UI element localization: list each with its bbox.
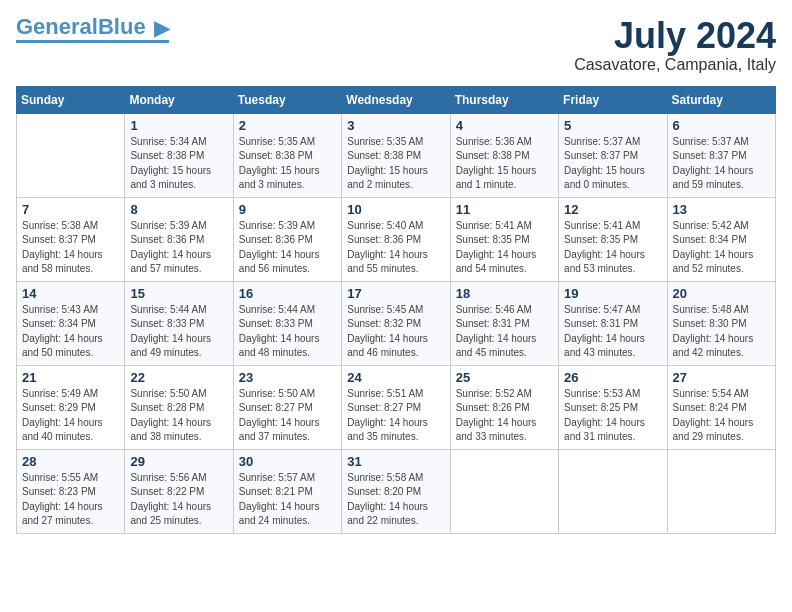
- calendar-cell: 9Sunrise: 5:39 AMSunset: 8:36 PMDaylight…: [233, 197, 341, 281]
- calendar-cell: 29Sunrise: 5:56 AMSunset: 8:22 PMDayligh…: [125, 449, 233, 533]
- cell-info: Sunrise: 5:39 AMSunset: 8:36 PMDaylight:…: [130, 219, 227, 277]
- cell-info: Sunrise: 5:43 AMSunset: 8:34 PMDaylight:…: [22, 303, 119, 361]
- day-number: 3: [347, 118, 444, 133]
- calendar-cell: 1Sunrise: 5:34 AMSunset: 8:38 PMDaylight…: [125, 113, 233, 197]
- cell-info: Sunrise: 5:36 AMSunset: 8:38 PMDaylight:…: [456, 135, 553, 193]
- day-number: 19: [564, 286, 661, 301]
- day-number: 14: [22, 286, 119, 301]
- calendar-cell: 6Sunrise: 5:37 AMSunset: 8:37 PMDaylight…: [667, 113, 775, 197]
- calendar-cell: 24Sunrise: 5:51 AMSunset: 8:27 PMDayligh…: [342, 365, 450, 449]
- day-number: 26: [564, 370, 661, 385]
- header-tuesday: Tuesday: [233, 86, 341, 113]
- calendar-cell: 2Sunrise: 5:35 AMSunset: 8:38 PMDaylight…: [233, 113, 341, 197]
- calendar-cell: 30Sunrise: 5:57 AMSunset: 8:21 PMDayligh…: [233, 449, 341, 533]
- cell-info: Sunrise: 5:44 AMSunset: 8:33 PMDaylight:…: [239, 303, 336, 361]
- cell-info: Sunrise: 5:57 AMSunset: 8:21 PMDaylight:…: [239, 471, 336, 529]
- calendar-cell: 4Sunrise: 5:36 AMSunset: 8:38 PMDaylight…: [450, 113, 558, 197]
- page-header: GeneralBlue ▶ July 2024 Casavatore, Camp…: [16, 16, 776, 74]
- day-number: 6: [673, 118, 770, 133]
- day-number: 15: [130, 286, 227, 301]
- day-number: 1: [130, 118, 227, 133]
- calendar-cell: 7Sunrise: 5:38 AMSunset: 8:37 PMDaylight…: [17, 197, 125, 281]
- logo-general: General: [16, 14, 98, 39]
- calendar-cell: 22Sunrise: 5:50 AMSunset: 8:28 PMDayligh…: [125, 365, 233, 449]
- day-number: 17: [347, 286, 444, 301]
- calendar-cell: [450, 449, 558, 533]
- calendar-cell: 8Sunrise: 5:39 AMSunset: 8:36 PMDaylight…: [125, 197, 233, 281]
- day-number: 13: [673, 202, 770, 217]
- calendar-cell: 26Sunrise: 5:53 AMSunset: 8:25 PMDayligh…: [559, 365, 667, 449]
- calendar-cell: 12Sunrise: 5:41 AMSunset: 8:35 PMDayligh…: [559, 197, 667, 281]
- logo: GeneralBlue ▶: [16, 16, 169, 43]
- day-number: 27: [673, 370, 770, 385]
- cell-info: Sunrise: 5:48 AMSunset: 8:30 PMDaylight:…: [673, 303, 770, 361]
- calendar-table: SundayMondayTuesdayWednesdayThursdayFrid…: [16, 86, 776, 534]
- cell-info: Sunrise: 5:47 AMSunset: 8:31 PMDaylight:…: [564, 303, 661, 361]
- day-number: 2: [239, 118, 336, 133]
- calendar-cell: 19Sunrise: 5:47 AMSunset: 8:31 PMDayligh…: [559, 281, 667, 365]
- logo-underline: [16, 40, 169, 43]
- day-number: 24: [347, 370, 444, 385]
- day-number: 21: [22, 370, 119, 385]
- calendar-cell: [559, 449, 667, 533]
- day-number: 31: [347, 454, 444, 469]
- day-number: 10: [347, 202, 444, 217]
- day-number: 11: [456, 202, 553, 217]
- calendar-cell: 14Sunrise: 5:43 AMSunset: 8:34 PMDayligh…: [17, 281, 125, 365]
- logo-text: GeneralBlue ▶: [16, 16, 169, 38]
- calendar-cell: 25Sunrise: 5:52 AMSunset: 8:26 PMDayligh…: [450, 365, 558, 449]
- week-row-3: 14Sunrise: 5:43 AMSunset: 8:34 PMDayligh…: [17, 281, 776, 365]
- calendar-cell: 17Sunrise: 5:45 AMSunset: 8:32 PMDayligh…: [342, 281, 450, 365]
- calendar-cell: 28Sunrise: 5:55 AMSunset: 8:23 PMDayligh…: [17, 449, 125, 533]
- calendar-header-row: SundayMondayTuesdayWednesdayThursdayFrid…: [17, 86, 776, 113]
- day-number: 22: [130, 370, 227, 385]
- day-number: 9: [239, 202, 336, 217]
- calendar-cell: 27Sunrise: 5:54 AMSunset: 8:24 PMDayligh…: [667, 365, 775, 449]
- day-number: 4: [456, 118, 553, 133]
- header-wednesday: Wednesday: [342, 86, 450, 113]
- cell-info: Sunrise: 5:40 AMSunset: 8:36 PMDaylight:…: [347, 219, 444, 277]
- calendar-cell: 3Sunrise: 5:35 AMSunset: 8:38 PMDaylight…: [342, 113, 450, 197]
- cell-info: Sunrise: 5:53 AMSunset: 8:25 PMDaylight:…: [564, 387, 661, 445]
- header-sunday: Sunday: [17, 86, 125, 113]
- week-row-1: 1Sunrise: 5:34 AMSunset: 8:38 PMDaylight…: [17, 113, 776, 197]
- logo-icon: ▶: [154, 17, 169, 39]
- cell-info: Sunrise: 5:35 AMSunset: 8:38 PMDaylight:…: [239, 135, 336, 193]
- logo-blue: Blue: [98, 14, 146, 39]
- week-row-4: 21Sunrise: 5:49 AMSunset: 8:29 PMDayligh…: [17, 365, 776, 449]
- calendar-cell: 16Sunrise: 5:44 AMSunset: 8:33 PMDayligh…: [233, 281, 341, 365]
- month-title: July 2024: [574, 16, 776, 56]
- cell-info: Sunrise: 5:54 AMSunset: 8:24 PMDaylight:…: [673, 387, 770, 445]
- day-number: 29: [130, 454, 227, 469]
- calendar-cell: 5Sunrise: 5:37 AMSunset: 8:37 PMDaylight…: [559, 113, 667, 197]
- cell-info: Sunrise: 5:34 AMSunset: 8:38 PMDaylight:…: [130, 135, 227, 193]
- title-block: July 2024 Casavatore, Campania, Italy: [574, 16, 776, 74]
- cell-info: Sunrise: 5:50 AMSunset: 8:28 PMDaylight:…: [130, 387, 227, 445]
- cell-info: Sunrise: 5:58 AMSunset: 8:20 PMDaylight:…: [347, 471, 444, 529]
- cell-info: Sunrise: 5:51 AMSunset: 8:27 PMDaylight:…: [347, 387, 444, 445]
- cell-info: Sunrise: 5:45 AMSunset: 8:32 PMDaylight:…: [347, 303, 444, 361]
- cell-info: Sunrise: 5:46 AMSunset: 8:31 PMDaylight:…: [456, 303, 553, 361]
- cell-info: Sunrise: 5:41 AMSunset: 8:35 PMDaylight:…: [456, 219, 553, 277]
- header-thursday: Thursday: [450, 86, 558, 113]
- day-number: 16: [239, 286, 336, 301]
- week-row-5: 28Sunrise: 5:55 AMSunset: 8:23 PMDayligh…: [17, 449, 776, 533]
- cell-info: Sunrise: 5:42 AMSunset: 8:34 PMDaylight:…: [673, 219, 770, 277]
- week-row-2: 7Sunrise: 5:38 AMSunset: 8:37 PMDaylight…: [17, 197, 776, 281]
- cell-info: Sunrise: 5:39 AMSunset: 8:36 PMDaylight:…: [239, 219, 336, 277]
- day-number: 28: [22, 454, 119, 469]
- day-number: 8: [130, 202, 227, 217]
- cell-info: Sunrise: 5:37 AMSunset: 8:37 PMDaylight:…: [564, 135, 661, 193]
- cell-info: Sunrise: 5:35 AMSunset: 8:38 PMDaylight:…: [347, 135, 444, 193]
- calendar-cell: 20Sunrise: 5:48 AMSunset: 8:30 PMDayligh…: [667, 281, 775, 365]
- day-number: 20: [673, 286, 770, 301]
- cell-info: Sunrise: 5:49 AMSunset: 8:29 PMDaylight:…: [22, 387, 119, 445]
- calendar-cell: 10Sunrise: 5:40 AMSunset: 8:36 PMDayligh…: [342, 197, 450, 281]
- cell-info: Sunrise: 5:44 AMSunset: 8:33 PMDaylight:…: [130, 303, 227, 361]
- cell-info: Sunrise: 5:50 AMSunset: 8:27 PMDaylight:…: [239, 387, 336, 445]
- header-saturday: Saturday: [667, 86, 775, 113]
- calendar-cell: 21Sunrise: 5:49 AMSunset: 8:29 PMDayligh…: [17, 365, 125, 449]
- day-number: 5: [564, 118, 661, 133]
- calendar-cell: 11Sunrise: 5:41 AMSunset: 8:35 PMDayligh…: [450, 197, 558, 281]
- cell-info: Sunrise: 5:41 AMSunset: 8:35 PMDaylight:…: [564, 219, 661, 277]
